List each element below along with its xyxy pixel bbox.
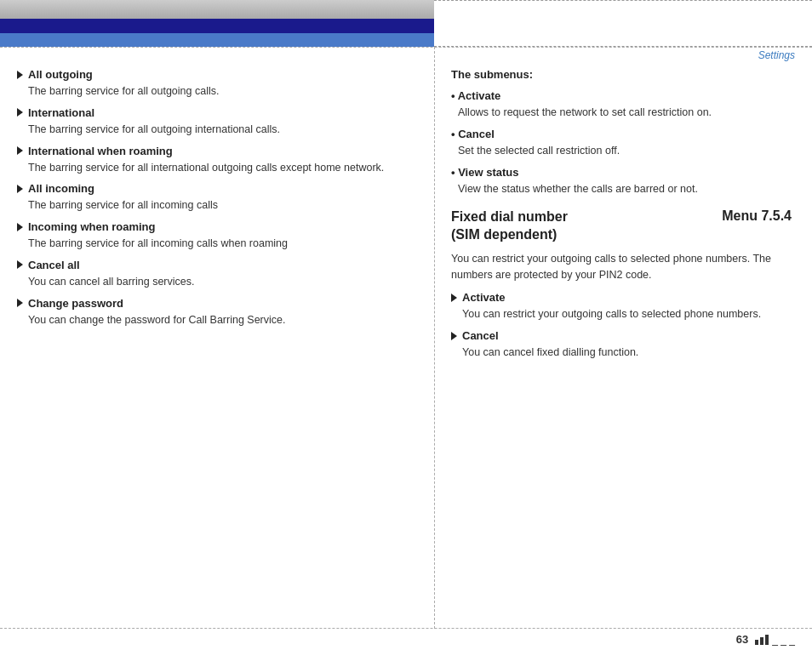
- divider-top: [0, 47, 812, 48]
- menu-item-desc: The barring service for all incoming cal…: [28, 197, 417, 214]
- submenu-entry: CancelSet the selected call restriction …: [451, 128, 792, 159]
- menu-item-title-text: Change password: [28, 297, 123, 310]
- fixed-dial-item-title: Activate: [462, 291, 506, 304]
- bar1: [755, 640, 758, 645]
- fixed-dial-item-title-row: Cancel: [451, 329, 792, 342]
- right-content: The submenus:ActivateAllows to request t…: [443, 60, 800, 376]
- menu-item-title: Incoming when roaming: [17, 220, 417, 233]
- menu-item-title: International when roaming: [17, 145, 417, 157]
- left-menu-item: All outgoingThe barring service for all …: [17, 68, 417, 100]
- left-content: All outgoingThe barring service for all …: [0, 60, 434, 343]
- menu-item-title-text: International: [28, 106, 94, 119]
- menu-item-title-text: All outgoing: [28, 68, 93, 81]
- arrow-icon: [17, 71, 23, 79]
- left-menu-item: Cancel allYou can cancel all barring ser…: [17, 259, 417, 290]
- arrow-icon: [17, 108, 23, 117]
- fixed-dial-header: Fixed dial number(SIM dependent)Menu 7.5…: [451, 208, 792, 244]
- menu-item-desc: You can change the password for Call Bar…: [28, 312, 417, 328]
- fixed-dial-item-title-row: Activate: [451, 291, 792, 304]
- fixed-dial-item-title: Cancel: [462, 329, 499, 342]
- arrow-icon: [17, 185, 23, 193]
- fixed-dial-item-desc: You can restrict your outgoing calls to …: [462, 306, 792, 322]
- submenus-title: The submenus:: [451, 68, 792, 81]
- menu-item-title: Change password: [17, 297, 417, 310]
- menu-item-desc: The barring service for all outgoing int…: [28, 122, 417, 138]
- top-bar-left: [0, 0, 434, 47]
- fixed-dial-item-desc: You can cancel fixed dialling function.: [462, 345, 792, 361]
- menu-item-title-text: Cancel all: [28, 259, 80, 271]
- submenu-bullet-title: Activate: [451, 89, 792, 102]
- submenu-entry: View statusView the status whether the c…: [451, 166, 792, 197]
- menu-item-desc: You can cancel all barring services.: [28, 274, 417, 290]
- page-number: 63: [736, 633, 748, 646]
- fixed-dial-menu-item: ActivateYou can restrict your outgoing c…: [451, 291, 792, 322]
- left-menu-item: International when roamingThe barring se…: [17, 145, 417, 176]
- battery-bars: [755, 635, 769, 645]
- battery-dashes: _ _ _: [772, 634, 795, 646]
- left-menu-item: InternationalThe barring service for all…: [17, 106, 417, 138]
- menu-item-title: All incoming: [17, 182, 417, 195]
- arrow-icon: [451, 332, 457, 340]
- left-menu-item: All incomingThe barring service for all …: [17, 182, 417, 214]
- submenu-bullet-title: View status: [451, 166, 792, 179]
- bar3: [765, 635, 769, 645]
- submenu-desc: Set the selected call restriction off.: [458, 143, 792, 159]
- battery-icon: _ _ _: [755, 634, 795, 646]
- submenu-desc: Allows to request the network to set cal…: [458, 105, 792, 121]
- bottom-bar: 63 _ _ _: [0, 629, 812, 650]
- arrow-icon: [17, 299, 23, 307]
- submenu-desc: View the status whether the calls are ba…: [458, 181, 792, 197]
- menu-item-desc: The barring service for all internationa…: [28, 160, 417, 176]
- divider-vertical: [434, 47, 435, 629]
- menu-item-title: Cancel all: [17, 259, 417, 271]
- menu-item-title: International: [17, 106, 417, 119]
- top-bar: [0, 0, 812, 47]
- left-menu-item: Change passwordYou can change the passwo…: [17, 297, 417, 328]
- fixed-dial-menu-item: CancelYou can cancel fixed dialling func…: [451, 329, 792, 361]
- arrow-icon: [17, 260, 23, 269]
- arrow-icon: [17, 146, 23, 155]
- submenu-entry: ActivateAllows to request the network to…: [451, 89, 792, 121]
- menu-item-title-text: International when roaming: [28, 145, 173, 157]
- top-bar-right: [434, 0, 812, 47]
- arrow-icon: [17, 223, 23, 231]
- fixed-dial-desc: You can restrict your outgoing calls to …: [451, 251, 792, 283]
- fixed-dial-menu-ref: Menu 7.5.4: [722, 208, 792, 224]
- menu-item-title: All outgoing: [17, 68, 417, 81]
- arrow-icon: [451, 294, 457, 302]
- menu-item-desc: The barring service for all incoming cal…: [28, 236, 417, 252]
- menu-item-desc: The barring service for all outgoing cal…: [28, 83, 417, 100]
- menu-item-title-text: Incoming when roaming: [28, 220, 156, 233]
- fixed-dial-title: Fixed dial number(SIM dependent): [451, 208, 568, 244]
- menu-item-title-text: All incoming: [28, 182, 94, 195]
- left-menu-item: Incoming when roamingThe barring service…: [17, 220, 417, 252]
- bar2: [760, 637, 763, 645]
- submenu-bullet-title: Cancel: [451, 128, 792, 140]
